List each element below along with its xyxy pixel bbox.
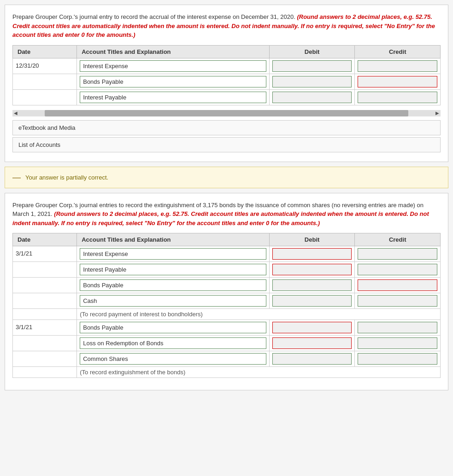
- date-cell-2-2: [13, 262, 77, 278]
- debit-cell-1-1: [269, 58, 355, 74]
- debit-input-2-3[interactable]: [272, 279, 352, 291]
- account-cell-2-7: [77, 351, 270, 367]
- account-input-2-7[interactable]: [80, 353, 266, 365]
- journal-table-2: Date Account Titles and Explanation Debi…: [12, 233, 441, 378]
- debit-cell-2-7: [269, 351, 355, 367]
- credit-cell-2-1: [355, 246, 441, 262]
- credit-input-2-5[interactable]: [358, 322, 437, 333]
- instructions-1: Prepare Grouper Corp.'s journal entry to…: [12, 12, 441, 40]
- credit-cell-2-4: [355, 293, 441, 309]
- credit-input-2-4[interactable]: [358, 295, 437, 307]
- credit-input-1-3[interactable]: [358, 92, 437, 103]
- account-input-1-3[interactable]: [80, 92, 266, 103]
- scrollbar-1[interactable]: ◀ ▶: [12, 110, 441, 116]
- col-credit-2: Credit: [355, 233, 441, 246]
- debit-cell-1-2: [269, 74, 355, 89]
- table-row: 12/31/20: [13, 58, 441, 74]
- account-cell-2-5: [77, 320, 270, 336]
- instructions-2-italic: (Round answers to 2 decimal places, e.g.…: [12, 210, 429, 226]
- account-input-2-1[interactable]: [80, 248, 266, 260]
- credit-input-2-2[interactable]: [358, 264, 437, 275]
- alert-message: Your answer is partially correct.: [25, 174, 108, 181]
- credit-cell-2-3: [355, 278, 441, 293]
- debit-input-2-1[interactable]: [272, 248, 352, 260]
- debit-input-2-5[interactable]: [272, 322, 352, 333]
- debit-cell-1-3: [269, 89, 355, 105]
- date-cell-1-1: 12/31/20: [13, 58, 77, 74]
- date-cell-2-6: [13, 336, 77, 351]
- note-date-2: [13, 367, 77, 378]
- credit-cell-1-2: [355, 74, 441, 89]
- debit-cell-2-3: [269, 278, 355, 293]
- debit-input-2-4[interactable]: [272, 295, 352, 307]
- account-cell-2-1: [77, 246, 270, 262]
- table-row: [13, 336, 441, 351]
- scrollbar-left-arrow[interactable]: ◀: [12, 110, 19, 116]
- credit-input-1-1[interactable]: [358, 60, 437, 72]
- account-cell-2-2: [77, 262, 270, 278]
- section-2: Prepare Grouper Corp.'s journal entries …: [5, 193, 448, 391]
- table-row: [13, 89, 441, 105]
- date-cell-2-4: [13, 293, 77, 309]
- credit-input-2-1[interactable]: [358, 248, 437, 260]
- credit-cell-1-3: [355, 89, 441, 105]
- instructions-2: Prepare Grouper Corp.'s journal entries …: [12, 201, 441, 228]
- account-input-2-3[interactable]: [80, 279, 266, 291]
- date-cell-2-3: [13, 278, 77, 293]
- account-input-1-2[interactable]: [80, 76, 266, 87]
- account-cell-1-1: [77, 58, 270, 74]
- note-row-2: (To record extinguishment of the bonds): [13, 367, 441, 378]
- section-1: Prepare Grouper Corp.'s journal entry to…: [5, 5, 448, 162]
- account-input-2-6[interactable]: [80, 337, 266, 349]
- alert-banner: — Your answer is partially correct.: [5, 167, 448, 188]
- scrollbar-thumb-1[interactable]: [45, 110, 409, 116]
- credit-input-2-6[interactable]: [358, 337, 437, 349]
- date-cell-1-2: [13, 74, 77, 89]
- alert-icon: —: [12, 173, 21, 182]
- table-row: [13, 262, 441, 278]
- credit-cell-2-5: [355, 320, 441, 336]
- credit-input-1-2[interactable]: [358, 76, 437, 87]
- bottom-links-1: eTextbook and Media List of Accounts: [12, 120, 441, 152]
- list-of-accounts-link[interactable]: List of Accounts: [12, 137, 441, 152]
- account-cell-2-6: [77, 336, 270, 351]
- debit-cell-2-1: [269, 246, 355, 262]
- account-input-2-5[interactable]: [80, 322, 266, 333]
- debit-input-1-1[interactable]: [272, 60, 352, 72]
- credit-cell-1-1: [355, 58, 441, 74]
- debit-input-1-3[interactable]: [272, 92, 352, 103]
- credit-cell-2-6: [355, 336, 441, 351]
- col-account-1: Account Titles and Explanation: [77, 45, 270, 58]
- col-credit-1: Credit: [355, 45, 441, 58]
- note-date-1: [13, 309, 77, 320]
- debit-input-2-6[interactable]: [272, 337, 352, 349]
- date-cell-1-3: [13, 89, 77, 105]
- debit-cell-2-4: [269, 293, 355, 309]
- debit-input-2-2[interactable]: [272, 264, 352, 275]
- journal-table-1: Date Account Titles and Explanation Debi…: [12, 45, 441, 105]
- etextbook-link[interactable]: eTextbook and Media: [12, 120, 441, 135]
- account-cell-1-2: [77, 74, 270, 89]
- date-cell-2-5: 3/1/21: [13, 320, 77, 336]
- account-cell-2-3: [77, 278, 270, 293]
- table-row: [13, 74, 441, 89]
- table-row: [13, 293, 441, 309]
- note-label-1: (To record payment of interest to bondho…: [77, 309, 441, 320]
- note-label-2: (To record extinguishment of the bonds): [77, 367, 441, 378]
- account-input-2-4[interactable]: [80, 295, 266, 307]
- credit-input-2-3[interactable]: [358, 279, 437, 291]
- instructions-1-plain: Prepare Grouper Corp.'s journal entry to…: [12, 13, 295, 20]
- account-input-1-1[interactable]: [80, 60, 266, 72]
- debit-input-1-2[interactable]: [272, 76, 352, 87]
- table-row: 3/1/21: [13, 320, 441, 336]
- table-row: 3/1/21: [13, 246, 441, 262]
- account-input-2-2[interactable]: [80, 264, 266, 275]
- scrollbar-right-arrow[interactable]: ▶: [434, 110, 441, 116]
- note-row-1: (To record payment of interest to bondho…: [13, 309, 441, 320]
- credit-input-2-7[interactable]: [358, 353, 437, 365]
- account-cell-2-4: [77, 293, 270, 309]
- col-debit-2: Debit: [269, 233, 355, 246]
- debit-input-2-7[interactable]: [272, 353, 352, 365]
- col-date-2: Date: [13, 233, 77, 246]
- table-row: [13, 351, 441, 367]
